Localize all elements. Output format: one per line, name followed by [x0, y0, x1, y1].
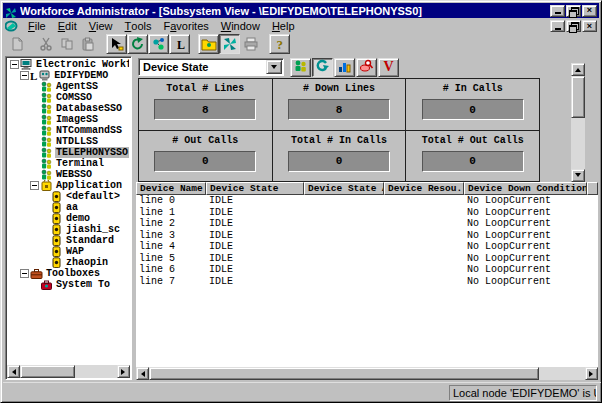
table-row[interactable]: line 4IDLENo LoopCurrent	[136, 241, 598, 253]
tree-item-ntdllss[interactable]: NTDLLSS	[8, 136, 129, 147]
tree-item-label: demo	[65, 213, 91, 224]
minimize-button[interactable]	[550, 5, 565, 17]
tree-item-standard[interactable]: Standard	[8, 235, 129, 246]
column-header-extra[interactable]	[587, 182, 598, 195]
cell: IDLE	[206, 241, 304, 253]
cell	[587, 241, 598, 253]
tree-item-aa[interactable]: aa	[8, 202, 129, 213]
tree-item-comsso[interactable]: COMSSO	[8, 92, 129, 103]
table-row[interactable]: line 5IDLENo LoopCurrent	[136, 253, 598, 265]
cell	[304, 241, 384, 253]
tree-scroll-thumb[interactable]	[20, 365, 75, 378]
subsystem-icon	[40, 169, 53, 180]
column-header-device-down-condition[interactable]: Device Down Condition	[464, 182, 587, 195]
letter-l-button[interactable]: L	[169, 34, 190, 54]
app-folder-icon	[40, 180, 53, 191]
table-row[interactable]: line 3IDLENo LoopCurrent	[136, 230, 598, 242]
tree-item-wap[interactable]: WAP	[8, 246, 129, 257]
svg-text:L: L	[177, 38, 185, 52]
chevron-down-icon[interactable]	[266, 60, 282, 74]
table-row[interactable]: line 2IDLENo LoopCurrent	[136, 218, 598, 230]
collapse-icon[interactable]	[10, 60, 19, 69]
cell	[587, 195, 598, 207]
column-header-device-state-a-[interactable]: Device State A...	[304, 182, 384, 195]
tree-item-demo[interactable]: demo	[8, 213, 129, 224]
snapshot-view-button[interactable]	[312, 58, 333, 77]
printer-button[interactable]	[240, 34, 261, 54]
folder-button[interactable]	[198, 34, 219, 54]
inspect-icon	[359, 59, 374, 77]
scroll-right-icon[interactable]	[117, 365, 130, 378]
restore-button[interactable]	[566, 5, 581, 17]
tree-item-label: Toolboxes	[45, 268, 101, 279]
tree-item-imagess[interactable]: ImageSS	[8, 114, 129, 125]
table-scroll-thumb[interactable]	[149, 367, 539, 380]
menu-edit[interactable]: Edit	[52, 20, 83, 33]
stats-vertical-scrollbar[interactable]	[571, 63, 585, 182]
tree-item-databasesso[interactable]: DatabaseSSO	[8, 103, 129, 114]
scroll-left-icon[interactable]	[7, 365, 20, 378]
inspect-button[interactable]	[356, 58, 377, 77]
column-header-device-state[interactable]: Device State	[206, 182, 304, 195]
collapse-icon[interactable]	[20, 269, 29, 278]
help-button[interactable]: ?	[269, 34, 290, 54]
tree-item-terminal[interactable]: Terminal	[8, 158, 129, 169]
tree-item-websso[interactable]: WEBSSO	[8, 169, 129, 180]
table-horizontal-scrollbar[interactable]	[136, 367, 598, 380]
subsystem-view-button[interactable]	[290, 58, 311, 77]
validate-button[interactable]: V	[378, 58, 399, 77]
stats-scroll-thumb[interactable]	[571, 76, 585, 118]
scroll-up-icon[interactable]	[571, 63, 585, 76]
table-row[interactable]: line 6IDLENo LoopCurrent	[136, 264, 598, 276]
tree-item-agentss[interactable]: AgentSS	[8, 81, 129, 92]
table-row[interactable]: line 0IDLENo LoopCurrent	[136, 195, 598, 207]
tree-item-electronic-workfor[interactable]: Electronic Workfor	[8, 59, 129, 70]
cell: No LoopCurrent	[464, 230, 587, 242]
tree-item-zhaopin[interactable]: zhaopin	[8, 257, 129, 268]
scroll-down-icon[interactable]	[571, 169, 585, 182]
letter-l-icon: L	[173, 37, 187, 51]
molecule-button[interactable]	[148, 34, 169, 54]
tree-item-application[interactable]: Application	[8, 180, 129, 191]
tree-item--default-[interactable]: <default>	[8, 191, 129, 202]
collapse-icon[interactable]	[20, 71, 29, 80]
scroll-right-icon[interactable]	[585, 367, 598, 380]
tree-item-ntcommandss[interactable]: NTCommandSS	[8, 125, 129, 136]
menu-favorites[interactable]: Favorites	[158, 20, 215, 33]
scroll-left-icon[interactable]	[136, 367, 149, 380]
tree-item-toolboxes[interactable]: Toolboxes	[8, 268, 129, 279]
bar-chart-button[interactable]	[334, 58, 355, 77]
tree-item-telephonysso[interactable]: TELEPHONYSSO	[8, 147, 129, 158]
edify-logo-icon	[223, 37, 237, 51]
tree-item-label: <default>	[65, 191, 121, 202]
subsystem-view-panel: Device State V Total # Lines8# Down Line…	[136, 56, 598, 380]
child-close-button[interactable]: ×	[582, 20, 597, 32]
menu-window[interactable]: Window	[215, 20, 266, 33]
column-header-device-resou-[interactable]: Device Resou...	[384, 182, 464, 195]
close-button[interactable]: ×	[582, 5, 597, 17]
view-selector-dropdown[interactable]: Device State	[138, 58, 284, 76]
menu-tools[interactable]: Tools	[119, 20, 158, 33]
edify-logo-button[interactable]	[219, 34, 240, 54]
tree-item-label: NTDLLSS	[55, 136, 99, 147]
cell: IDLE	[206, 276, 304, 288]
child-minimize-button[interactable]	[550, 20, 565, 32]
collapse-icon[interactable]	[30, 181, 39, 190]
table-row[interactable]: line 7IDLENo LoopCurrent	[136, 276, 598, 288]
column-header-device-name[interactable]: Device Name	[136, 182, 206, 195]
tree-item-jiashi-sc[interactable]: jiashi_sc	[8, 224, 129, 235]
refresh-button[interactable]	[127, 34, 148, 54]
tree-item-edifydemo[interactable]: LEDIFYDEMO	[8, 70, 129, 81]
device-table-body: line 0IDLENo LoopCurrentline 1IDLENo Loo…	[136, 195, 598, 287]
tree-item-system-to[interactable]: System To	[8, 279, 129, 290]
subsystem-icon	[40, 125, 53, 136]
pointer-tool-button[interactable]	[106, 34, 127, 54]
menu-view[interactable]: View	[83, 20, 119, 33]
cell: No LoopCurrent	[464, 241, 587, 253]
menu-help[interactable]: Help	[266, 20, 301, 33]
stat--down-lines: # Down Lines8	[273, 79, 407, 131]
table-row[interactable]: line 1IDLENo LoopCurrent	[136, 207, 598, 219]
menu-file[interactable]: File	[22, 20, 52, 33]
child-restore-button[interactable]	[566, 20, 581, 32]
tree-horizontal-scrollbar[interactable]	[7, 365, 130, 378]
